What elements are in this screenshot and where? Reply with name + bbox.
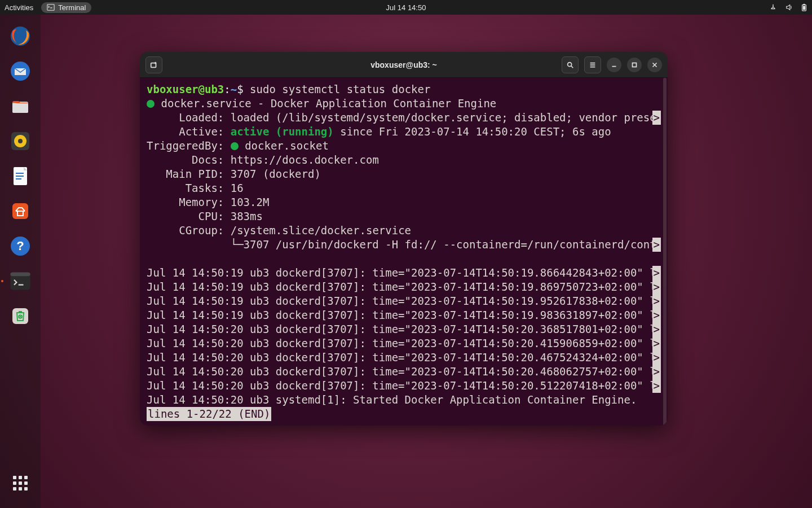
line-wrap-icon: > xyxy=(652,351,661,365)
status-cgroup-child: └─3707 /usr/bin/dockerd -H fd:// --conta… xyxy=(140,238,668,252)
app-menu-label: Terminal xyxy=(58,3,86,12)
app-menu[interactable]: Terminal xyxy=(41,2,91,13)
svg-rect-14 xyxy=(16,178,21,179)
svg-rect-0 xyxy=(47,5,54,11)
line-wrap-icon: > xyxy=(652,308,661,322)
prompt-line: vboxuser@ub3:~$ sudo systemctl status do… xyxy=(140,82,668,97)
line-wrap-icon: > xyxy=(652,379,661,393)
clock[interactable]: Jul 14 14:50 xyxy=(386,3,426,12)
help-icon: ? xyxy=(9,235,32,257)
svg-rect-3 xyxy=(803,6,805,10)
svg-rect-20 xyxy=(12,308,28,324)
dock-writer[interactable] xyxy=(7,163,34,190)
line-wrap-icon: > xyxy=(652,336,661,351)
blank-line xyxy=(140,252,668,266)
firefox-icon xyxy=(9,25,32,47)
status-dot-icon xyxy=(147,100,155,108)
status-header: docker.service - Docker Application Cont… xyxy=(140,97,668,111)
system-status-area[interactable] xyxy=(769,3,807,11)
status-memory: Memory: 103.2M xyxy=(140,195,668,209)
terminal-viewport[interactable]: vboxuser@ub3:~$ sudo systemctl status do… xyxy=(140,78,668,426)
dock-thunderbird[interactable] xyxy=(7,58,34,85)
search-button[interactable] xyxy=(562,56,579,73)
svg-rect-7 xyxy=(12,103,28,113)
activities-button[interactable]: Activities xyxy=(5,3,33,12)
minimize-button[interactable] xyxy=(607,58,621,72)
log-line: Jul 14 14:50:20 ub3 dockerd[3707]: time=… xyxy=(140,379,668,393)
software-icon xyxy=(9,200,32,222)
files-icon xyxy=(9,95,32,117)
terminal-icon xyxy=(47,3,55,11)
network-icon xyxy=(769,3,777,11)
status-dot-icon xyxy=(231,142,239,150)
log-line: Jul 14 14:50:20 ub3 dockerd[3707]: time=… xyxy=(140,365,668,379)
log-line: Jul 14 14:50:19 ub3 dockerd[3707]: time=… xyxy=(140,294,668,308)
line-wrap-icon: > xyxy=(652,365,661,379)
svg-rect-19 xyxy=(10,273,30,277)
terminal-app-icon xyxy=(8,269,33,294)
status-mainpid: Main PID: 3707 (dockerd) xyxy=(140,167,668,181)
status-cgroup: CGroup: /system.slice/docker.service xyxy=(140,224,668,238)
maximize-button[interactable] xyxy=(627,58,642,72)
dock-software[interactable] xyxy=(7,198,34,225)
line-wrap-icon: > xyxy=(652,322,661,336)
status-docs: Docs: https://docs.docker.com xyxy=(140,153,668,167)
log-line: Jul 14 14:50:19 ub3 dockerd[3707]: time=… xyxy=(140,266,668,280)
line-wrap-icon: > xyxy=(652,294,661,308)
new-tab-button[interactable] xyxy=(145,56,162,73)
show-apps-button[interactable] xyxy=(7,470,34,497)
close-button[interactable] xyxy=(647,58,662,72)
writer-icon xyxy=(9,165,32,187)
svg-rect-24 xyxy=(633,63,637,67)
command-text: sudo systemctl status docker xyxy=(250,83,430,95)
menu-button[interactable] xyxy=(584,56,601,73)
log-line: Jul 14 14:50:19 ub3 dockerd[3707]: time=… xyxy=(140,280,668,294)
line-wrap-icon: > xyxy=(652,238,661,252)
terminal-window: vboxuser@ub3: ~ vboxuser@ub3:~$ sudo sys… xyxy=(140,52,668,426)
log-line: Jul 14 14:50:20 ub3 dockerd[3707]: time=… xyxy=(140,351,668,365)
dock-files[interactable] xyxy=(7,93,34,120)
line-wrap-icon: > xyxy=(652,111,661,125)
line-wrap-icon: > xyxy=(652,266,661,280)
line-wrap-icon: > xyxy=(652,280,661,294)
log-line: Jul 14 14:50:19 ub3 dockerd[3707]: time=… xyxy=(140,308,668,322)
thunderbird-icon xyxy=(9,60,32,82)
svg-point-10 xyxy=(18,139,23,143)
svg-point-23 xyxy=(568,62,572,66)
dock-trash[interactable] xyxy=(7,303,34,330)
battery-icon xyxy=(801,3,807,11)
log-line-final: Jul 14 14:50:20 ub3 systemd[1]: Started … xyxy=(140,393,668,407)
dock-help[interactable]: ? xyxy=(7,233,34,260)
status-triggeredby: TriggeredBy: docker.socket xyxy=(140,139,668,153)
window-titlebar[interactable]: vboxuser@ub3: ~ xyxy=(140,52,668,78)
log-line: Jul 14 14:50:20 ub3 dockerd[3707]: time=… xyxy=(140,336,668,351)
log-line: Jul 14 14:50:20 ub3 dockerd[3707]: time=… xyxy=(140,322,668,336)
window-title: vboxuser@ub3: ~ xyxy=(370,60,437,69)
volume-icon xyxy=(785,3,793,11)
trash-icon xyxy=(9,305,32,327)
status-active: Active: active (running) since Fri 2023-… xyxy=(140,125,668,139)
svg-rect-2 xyxy=(803,4,805,5)
svg-rect-13 xyxy=(16,176,24,177)
pager-status: lines 1-22/22 (END) xyxy=(140,407,668,421)
status-cpu: CPU: 383ms xyxy=(140,209,668,224)
rhythmbox-icon xyxy=(9,130,32,152)
svg-rect-12 xyxy=(16,173,24,174)
dock-rhythmbox[interactable] xyxy=(7,128,34,155)
svg-text:?: ? xyxy=(16,239,24,253)
dock: ? xyxy=(0,15,41,508)
top-panel: Activities Terminal Jul 14 14:50 xyxy=(0,0,812,15)
dock-terminal[interactable] xyxy=(7,268,34,295)
status-loaded: Loaded: loaded (/lib/systemd/system/dock… xyxy=(140,111,668,125)
dock-firefox[interactable] xyxy=(7,23,34,50)
status-tasks: Tasks: 16 xyxy=(140,181,668,195)
